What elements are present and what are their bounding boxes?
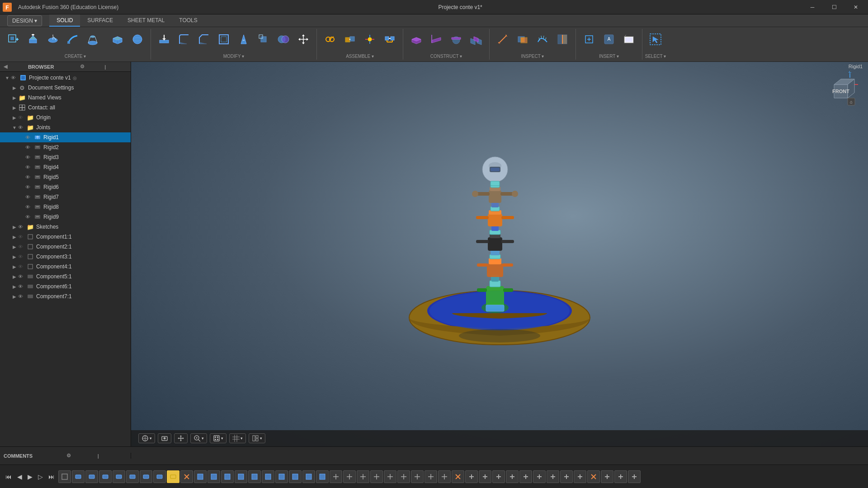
tl-item-plus8[interactable] [560,470,573,483]
comments-settings-icon[interactable]: ⚙ [66,453,96,459]
tl-item-8[interactable] [153,470,166,483]
maximize-button[interactable]: ☐ [824,0,844,14]
tree-rigid3[interactable]: 👁 Rigid3 [0,152,131,162]
rigid6-eye-icon[interactable]: 👁 [25,184,33,190]
tl-item-4[interactable] [99,470,112,483]
tl-item-move6[interactable] [397,470,410,483]
offset-plane-btn[interactable] [407,31,426,50]
timeline-prev-btn[interactable]: ◀ [15,472,24,481]
extrude-btn[interactable] [24,31,42,50]
loft-btn[interactable] [83,31,102,50]
tl-item-x2[interactable] [452,470,464,483]
tl-item-b7[interactable] [275,470,288,483]
tl-item-5[interactable] [113,470,125,483]
tangent-plane-btn[interactable] [447,31,466,50]
snap-btn[interactable]: ▾ [138,433,155,443]
rigid1-eye-icon[interactable]: 👁 [25,135,33,140]
rigid3-eye-icon[interactable]: 👁 [25,155,33,160]
tl-item-end-plus3[interactable] [628,470,641,483]
tree-sketches[interactable]: ▶ 👁 📁 Sketches [0,222,131,232]
tl-item-b8[interactable] [289,470,302,483]
tl-item-move3[interactable] [357,470,369,483]
tl-item-b2[interactable] [208,470,220,483]
measure-btn[interactable] [493,31,512,50]
tl-item-plus9[interactable] [574,470,586,483]
tree-rigid6[interactable]: 👁 Rigid6 [0,182,131,192]
rigid7-eye-icon[interactable]: 👁 [25,194,33,200]
select-btn[interactable] [646,31,665,50]
box-btn[interactable] [108,31,127,50]
layout-btn[interactable]: ▾ [249,433,265,443]
comp7-eye-icon[interactable]: 👁 [18,294,25,299]
tree-comp1[interactable]: ▶ 👁 Component1:1 [0,232,131,242]
tl-item-move9[interactable] [438,470,451,483]
tl-item-6[interactable] [126,470,139,483]
section-analysis-btn[interactable] [553,31,572,50]
rigid-group-btn[interactable] [380,31,399,50]
tree-rigid8[interactable]: 👁 Rigid8 [0,202,131,212]
tl-item-plus7[interactable] [547,470,559,483]
tab-solid[interactable]: SOLID [49,14,80,27]
midplane-btn[interactable] [467,31,486,50]
rigid8-eye-icon[interactable]: 👁 [25,204,33,210]
tl-item-b5[interactable] [248,470,261,483]
combine-btn[interactable] [274,31,293,50]
tree-rigid4[interactable]: 👁 Rigid4 [0,162,131,172]
revolve-btn[interactable] [43,31,62,50]
pan-btn[interactable] [174,433,188,443]
root-eye-icon[interactable]: 👁 [11,75,18,80]
tl-item-plus3[interactable] [492,470,505,483]
viewport[interactable]: Z X FRONT ⌂ [131,62,868,446]
tree-root-item[interactable]: ▼ 👁 Projecte conte v1 ◎ [0,73,131,83]
tl-item-end-plus1[interactable] [601,470,613,483]
tl-item-7[interactable] [140,470,152,483]
browser-settings-icon[interactable]: ⚙ [80,64,103,70]
tab-surface[interactable]: SURFACE [80,14,120,27]
timeline-next-btn[interactable]: ▷ [36,472,45,481]
draft-btn[interactable] [234,31,253,50]
browser-expand-icon[interactable]: | [104,64,127,70]
tree-comp3[interactable]: ▶ 👁 Component3:1 [0,252,131,262]
tl-item-b4[interactable] [235,470,247,483]
tl-item-b10[interactable] [316,470,329,483]
tl-item-1[interactable] [58,470,71,483]
tree-comp2[interactable]: ▶ 👁 Component2:1 [0,242,131,252]
browser-collapse-icon[interactable]: ◀ [4,64,26,70]
root-pin-icon[interactable]: ◎ [73,75,77,80]
as-built-joint-btn[interactable] [340,31,359,50]
tl-item-active[interactable] [167,470,179,483]
tree-origin[interactable]: ▶ 👁 📁 Origin [0,113,131,122]
timeline-last-btn[interactable]: ⏭ [47,472,57,481]
tree-comp6[interactable]: ▶ 👁 Component6:1 [0,282,131,291]
comments-expand-icon[interactable]: | [98,453,127,459]
shell-btn[interactable] [214,31,233,50]
rigid9-eye-icon[interactable]: 👁 [25,214,33,220]
rigid2-eye-icon[interactable]: 👁 [25,145,33,150]
tree-contact-all[interactable]: ▶ Contact: all [0,103,131,113]
minimize-button[interactable]: ─ [802,0,823,14]
comp2-eye-icon[interactable]: 👁 [18,244,25,249]
tl-item-3[interactable] [85,470,98,483]
tl-item-move5[interactable] [384,470,396,483]
tree-rigid1[interactable]: 👁 Rigid1 [0,132,131,142]
tree-doc-settings[interactable]: ▶ ⚙ Document Settings [0,83,131,93]
tree-comp7[interactable]: ▶ 👁 Component7:1 [0,291,131,301]
comp6-eye-icon[interactable]: 👁 [18,284,25,289]
grid-btn[interactable]: ▾ [229,433,246,443]
close-button[interactable]: ✕ [845,0,866,14]
rigid4-eye-icon[interactable]: 👁 [25,164,33,170]
create-new-component-btn[interactable] [4,31,23,50]
comp5-eye-icon[interactable]: 👁 [18,274,25,279]
tl-item-x3[interactable] [587,470,600,483]
display-mode-btn[interactable]: ▾ [210,433,226,443]
comp4-eye-icon[interactable]: 👁 [18,264,25,269]
joints-eye-icon[interactable]: 👁 [18,125,25,130]
tl-item-2[interactable] [72,470,85,483]
tl-item-plus2[interactable] [479,470,491,483]
tab-tools[interactable]: TOOLS [172,14,204,27]
tree-comp4[interactable]: ▶ 👁 Component4:1 [0,262,131,272]
tree-rigid5[interactable]: 👁 Rigid5 [0,172,131,182]
tl-item-move1[interactable] [330,470,342,483]
tl-item-plus1[interactable] [465,470,478,483]
canvas-btn[interactable] [619,31,638,50]
